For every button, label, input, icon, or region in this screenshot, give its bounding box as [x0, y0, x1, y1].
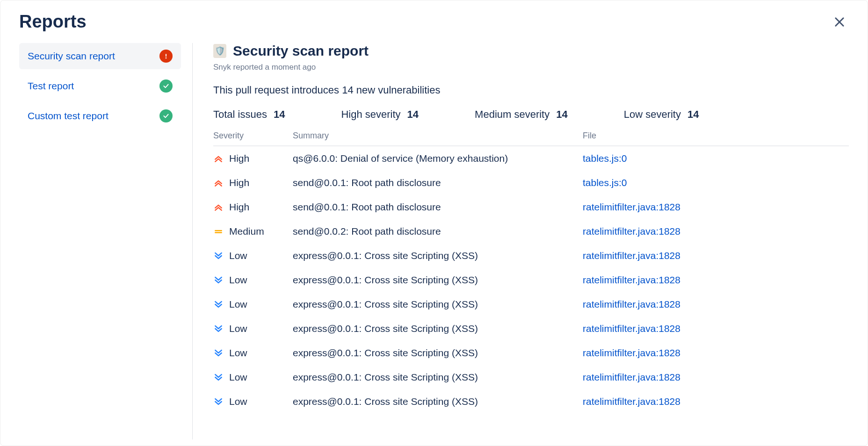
stat-2: Medium severity14: [475, 108, 568, 121]
sidebar-item-label: Custom test report: [28, 110, 108, 122]
col-summary: Summary: [293, 131, 583, 141]
severity-label: High: [229, 201, 249, 213]
severity-label: Low: [229, 347, 247, 359]
severity-label: High: [229, 177, 249, 188]
stat-value: 14: [556, 108, 567, 121]
stats-row: Total issues14High severity14Medium seve…: [213, 108, 849, 121]
stat-1: High severity14: [341, 108, 419, 121]
cell-summary: express@0.0.1: Cross site Scripting (XSS…: [293, 323, 583, 334]
severity-label: Low: [229, 323, 247, 334]
severity-label: Low: [229, 372, 247, 383]
stat-label: Low severity: [624, 108, 681, 121]
cell-summary: express@0.0.1: Cross site Scripting (XSS…: [293, 347, 583, 359]
status-error-icon: [159, 50, 173, 63]
status-ok-icon: [159, 79, 173, 93]
table-row: Highsend@0.0.1: Root path disclosuretabl…: [213, 171, 849, 195]
table-row: Lowexpress@0.0.1: Cross site Scripting (…: [213, 389, 849, 414]
file-link[interactable]: ratelimitfilter.java:1828: [583, 396, 680, 407]
sidebar-item-1[interactable]: Test report: [19, 73, 181, 99]
svg-point-0: [166, 58, 167, 59]
cell-severity: Low: [213, 250, 293, 261]
cell-severity: Low: [213, 323, 293, 334]
stat-label: Total issues: [213, 108, 267, 121]
table-row: Highqs@6.0.0: Denial of service (Memory …: [213, 146, 849, 171]
cell-severity: Low: [213, 347, 293, 359]
issues-table: Severity Summary File Highqs@6.0.0: Deni…: [213, 131, 849, 414]
page-title: Reports: [19, 12, 87, 32]
table-row: Lowexpress@0.0.1: Cross site Scripting (…: [213, 317, 849, 341]
severity-low-icon: [213, 324, 224, 333]
stat-label: Medium severity: [475, 108, 550, 121]
severity-low-icon: [213, 275, 224, 285]
table-row: Lowexpress@0.0.1: Cross site Scripting (…: [213, 268, 849, 292]
report-meta: Snyk reported a moment ago: [213, 63, 849, 72]
cell-severity: Low: [213, 372, 293, 383]
report-title: Security scan report: [233, 43, 369, 59]
svg-rect-1: [166, 54, 166, 57]
cell-severity: Low: [213, 274, 293, 286]
status-ok-icon: [159, 109, 173, 122]
severity-high-icon: [213, 202, 224, 212]
close-icon: [833, 15, 846, 29]
file-link[interactable]: ratelimitfilter.java:1828: [583, 323, 680, 334]
cell-severity: High: [213, 153, 293, 164]
stat-value: 14: [407, 108, 419, 121]
cell-summary: express@0.0.1: Cross site Scripting (XSS…: [293, 396, 583, 407]
col-file: File: [583, 131, 849, 141]
cell-severity: Low: [213, 396, 293, 407]
table-row: Lowexpress@0.0.1: Cross site Scripting (…: [213, 244, 849, 268]
file-link[interactable]: ratelimitfilter.java:1828: [583, 226, 680, 237]
file-link[interactable]: ratelimitfilter.java:1828: [583, 250, 680, 261]
cell-severity: High: [213, 201, 293, 213]
severity-low-icon: [213, 397, 224, 406]
severity-label: Medium: [229, 226, 264, 237]
sidebar: Security scan reportTest reportCustom te…: [19, 43, 192, 439]
file-link[interactable]: ratelimitfilter.java:1828: [583, 299, 680, 309]
table-row: Lowexpress@0.0.1: Cross site Scripting (…: [213, 292, 849, 317]
file-link[interactable]: ratelimitfilter.java:1828: [583, 274, 680, 285]
severity-low-icon: [213, 251, 224, 260]
stat-label: High severity: [341, 108, 400, 121]
severity-low-icon: [213, 300, 224, 309]
cell-summary: express@0.0.1: Cross site Scripting (XSS…: [293, 250, 583, 261]
file-link[interactable]: ratelimitfilter.java:1828: [583, 201, 680, 212]
file-link[interactable]: tables.js:0: [583, 153, 627, 164]
cell-summary: send@0.0.1: Root path disclosure: [293, 201, 583, 213]
file-link[interactable]: tables.js:0: [583, 177, 627, 188]
cell-severity: High: [213, 177, 293, 188]
cell-summary: express@0.0.1: Cross site Scripting (XSS…: [293, 274, 583, 286]
table-header: Severity Summary File: [213, 131, 849, 146]
cell-summary: express@0.0.1: Cross site Scripting (XSS…: [293, 299, 583, 310]
cell-summary: send@0.0.2: Root path disclosure: [293, 226, 583, 237]
col-severity: Severity: [213, 131, 293, 141]
severity-low-icon: [213, 348, 224, 358]
severity-high-icon: [213, 178, 224, 187]
cell-summary: qs@6.0.0: Denial of service (Memory exha…: [293, 153, 583, 164]
report-summary: This pull request introduces 14 new vuln…: [213, 84, 849, 96]
severity-high-icon: [213, 154, 224, 163]
sidebar-divider: [192, 43, 193, 439]
severity-label: Low: [229, 299, 247, 310]
severity-low-icon: [213, 373, 224, 382]
stat-0: Total issues14: [213, 108, 285, 121]
table-row: Lowexpress@0.0.1: Cross site Scripting (…: [213, 365, 849, 389]
file-link[interactable]: ratelimitfilter.java:1828: [583, 372, 680, 382]
table-row: Highsend@0.0.1: Root path disclosurerate…: [213, 195, 849, 219]
close-button[interactable]: [830, 13, 849, 31]
severity-label: Low: [229, 274, 247, 286]
file-link[interactable]: ratelimitfilter.java:1828: [583, 347, 680, 358]
sidebar-item-2[interactable]: Custom test report: [19, 103, 181, 129]
severity-label: Low: [229, 396, 247, 407]
stat-value: 14: [687, 108, 699, 121]
sidebar-item-label: Test report: [28, 80, 74, 92]
severity-label: Low: [229, 250, 247, 261]
severity-medium-icon: [213, 227, 224, 236]
main-content: 🛡️ Security scan report Snyk reported a …: [206, 43, 849, 439]
severity-label: High: [229, 153, 249, 164]
sidebar-item-label: Security scan report: [28, 50, 115, 62]
cell-severity: Low: [213, 299, 293, 310]
cell-severity: Medium: [213, 226, 293, 237]
table-row: Lowexpress@0.0.1: Cross site Scripting (…: [213, 341, 849, 365]
sidebar-item-0[interactable]: Security scan report: [19, 43, 181, 69]
cell-summary: express@0.0.1: Cross site Scripting (XSS…: [293, 372, 583, 383]
